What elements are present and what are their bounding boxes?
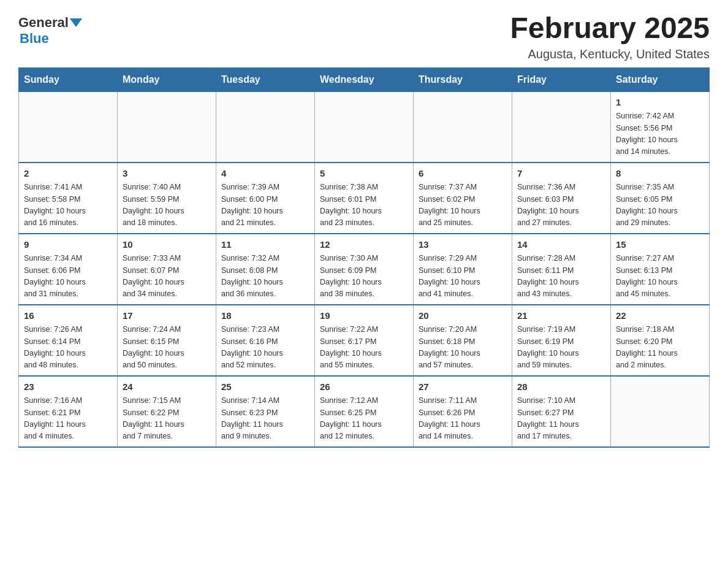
calendar-cell: 6Sunrise: 7:37 AM Sunset: 6:02 PM Daylig… bbox=[414, 163, 512, 234]
day-info: Sunrise: 7:41 AM Sunset: 5:58 PM Dayligh… bbox=[24, 182, 112, 229]
day-number: 26 bbox=[320, 380, 408, 394]
weekday-header-thursday: Thursday bbox=[414, 67, 512, 91]
calendar-cell: 5Sunrise: 7:38 AM Sunset: 6:01 PM Daylig… bbox=[315, 163, 414, 234]
calendar-cell: 13Sunrise: 7:29 AM Sunset: 6:10 PM Dayli… bbox=[414, 234, 512, 305]
calendar-week-row: 23Sunrise: 7:16 AM Sunset: 6:21 PM Dayli… bbox=[19, 376, 710, 447]
calendar-cell bbox=[611, 376, 710, 447]
day-info: Sunrise: 7:18 AM Sunset: 6:20 PM Dayligh… bbox=[616, 324, 704, 372]
calendar-week-row: 9Sunrise: 7:34 AM Sunset: 6:06 PM Daylig… bbox=[19, 234, 710, 305]
day-info: Sunrise: 7:39 AM Sunset: 6:00 PM Dayligh… bbox=[221, 182, 309, 229]
calendar-cell: 8Sunrise: 7:35 AM Sunset: 6:05 PM Daylig… bbox=[611, 163, 710, 234]
calendar-cell: 22Sunrise: 7:18 AM Sunset: 6:20 PM Dayli… bbox=[611, 305, 710, 376]
day-number: 7 bbox=[517, 167, 605, 181]
calendar-cell bbox=[19, 91, 118, 163]
weekday-header-friday: Friday bbox=[512, 67, 611, 91]
day-info: Sunrise: 7:33 AM Sunset: 6:07 PM Dayligh… bbox=[123, 253, 211, 301]
day-number: 9 bbox=[24, 238, 112, 252]
day-number: 18 bbox=[221, 309, 309, 323]
calendar-cell: 1Sunrise: 7:42 AM Sunset: 5:56 PM Daylig… bbox=[611, 91, 710, 163]
day-number: 24 bbox=[123, 380, 211, 394]
calendar-cell: 16Sunrise: 7:26 AM Sunset: 6:14 PM Dayli… bbox=[19, 305, 118, 376]
calendar-cell: 15Sunrise: 7:27 AM Sunset: 6:13 PM Dayli… bbox=[611, 234, 710, 305]
calendar-cell: 20Sunrise: 7:20 AM Sunset: 6:18 PM Dayli… bbox=[414, 305, 512, 376]
day-info: Sunrise: 7:34 AM Sunset: 6:06 PM Dayligh… bbox=[24, 253, 112, 301]
day-number: 21 bbox=[517, 309, 605, 323]
title-block: February 2025 Augusta, Kentucky, United … bbox=[510, 12, 710, 61]
day-info: Sunrise: 7:32 AM Sunset: 6:08 PM Dayligh… bbox=[221, 253, 309, 301]
day-number: 12 bbox=[320, 238, 408, 252]
day-info: Sunrise: 7:23 AM Sunset: 6:16 PM Dayligh… bbox=[221, 324, 309, 372]
day-number: 5 bbox=[320, 167, 408, 181]
calendar-cell: 24Sunrise: 7:15 AM Sunset: 6:22 PM Dayli… bbox=[118, 376, 216, 447]
day-info: Sunrise: 7:40 AM Sunset: 5:59 PM Dayligh… bbox=[123, 182, 211, 229]
day-info: Sunrise: 7:29 AM Sunset: 6:10 PM Dayligh… bbox=[419, 253, 507, 301]
day-number: 19 bbox=[320, 309, 408, 323]
day-info: Sunrise: 7:20 AM Sunset: 6:18 PM Dayligh… bbox=[419, 324, 507, 372]
day-info: Sunrise: 7:28 AM Sunset: 6:11 PM Dayligh… bbox=[517, 253, 605, 301]
logo: General Blue bbox=[18, 12, 82, 47]
calendar-cell: 14Sunrise: 7:28 AM Sunset: 6:11 PM Dayli… bbox=[512, 234, 611, 305]
day-info: Sunrise: 7:30 AM Sunset: 6:09 PM Dayligh… bbox=[320, 253, 408, 301]
day-info: Sunrise: 7:11 AM Sunset: 6:26 PM Dayligh… bbox=[419, 395, 507, 443]
calendar-cell: 11Sunrise: 7:32 AM Sunset: 6:08 PM Dayli… bbox=[216, 234, 315, 305]
logo-blue: Blue bbox=[20, 31, 49, 47]
day-number: 20 bbox=[419, 309, 507, 323]
calendar-cell bbox=[414, 91, 512, 163]
weekday-header-row: SundayMondayTuesdayWednesdayThursdayFrid… bbox=[19, 67, 710, 91]
day-info: Sunrise: 7:38 AM Sunset: 6:01 PM Dayligh… bbox=[320, 182, 408, 229]
day-info: Sunrise: 7:22 AM Sunset: 6:17 PM Dayligh… bbox=[320, 324, 408, 372]
day-info: Sunrise: 7:12 AM Sunset: 6:25 PM Dayligh… bbox=[320, 395, 408, 443]
day-number: 8 bbox=[616, 167, 704, 181]
day-number: 4 bbox=[221, 167, 309, 181]
day-number: 11 bbox=[221, 238, 309, 252]
day-number: 27 bbox=[419, 380, 507, 394]
calendar-cell: 25Sunrise: 7:14 AM Sunset: 6:23 PM Dayli… bbox=[216, 376, 315, 447]
calendar-cell: 23Sunrise: 7:16 AM Sunset: 6:21 PM Dayli… bbox=[19, 376, 118, 447]
day-info: Sunrise: 7:10 AM Sunset: 6:27 PM Dayligh… bbox=[517, 395, 605, 443]
day-number: 23 bbox=[24, 380, 112, 394]
calendar-week-row: 2Sunrise: 7:41 AM Sunset: 5:58 PM Daylig… bbox=[19, 163, 710, 234]
calendar-week-row: 16Sunrise: 7:26 AM Sunset: 6:14 PM Dayli… bbox=[19, 305, 710, 376]
calendar-cell bbox=[216, 91, 315, 163]
calendar-cell: 12Sunrise: 7:30 AM Sunset: 6:09 PM Dayli… bbox=[315, 234, 414, 305]
calendar-table: SundayMondayTuesdayWednesdayThursdayFrid… bbox=[18, 67, 710, 448]
calendar-cell: 27Sunrise: 7:11 AM Sunset: 6:26 PM Dayli… bbox=[414, 376, 512, 447]
day-number: 3 bbox=[123, 167, 211, 181]
day-info: Sunrise: 7:36 AM Sunset: 6:03 PM Dayligh… bbox=[517, 182, 605, 229]
day-info: Sunrise: 7:37 AM Sunset: 6:02 PM Dayligh… bbox=[419, 182, 507, 229]
day-number: 28 bbox=[517, 380, 605, 394]
day-info: Sunrise: 7:26 AM Sunset: 6:14 PM Dayligh… bbox=[24, 324, 112, 372]
day-number: 25 bbox=[221, 380, 309, 394]
day-info: Sunrise: 7:27 AM Sunset: 6:13 PM Dayligh… bbox=[616, 253, 704, 301]
calendar-cell: 17Sunrise: 7:24 AM Sunset: 6:15 PM Dayli… bbox=[118, 305, 216, 376]
logo-icon: General Blue bbox=[18, 15, 82, 47]
calendar-cell: 7Sunrise: 7:36 AM Sunset: 6:03 PM Daylig… bbox=[512, 163, 611, 234]
calendar-cell: 28Sunrise: 7:10 AM Sunset: 6:27 PM Dayli… bbox=[512, 376, 611, 447]
weekday-header-sunday: Sunday bbox=[19, 67, 118, 91]
weekday-header-tuesday: Tuesday bbox=[216, 67, 315, 91]
calendar-cell: 18Sunrise: 7:23 AM Sunset: 6:16 PM Dayli… bbox=[216, 305, 315, 376]
weekday-header-monday: Monday bbox=[118, 67, 216, 91]
calendar-cell: 9Sunrise: 7:34 AM Sunset: 6:06 PM Daylig… bbox=[19, 234, 118, 305]
day-number: 13 bbox=[419, 238, 507, 252]
day-number: 2 bbox=[24, 167, 112, 181]
logo-general: General bbox=[18, 15, 69, 31]
weekday-header-wednesday: Wednesday bbox=[315, 67, 414, 91]
day-info: Sunrise: 7:35 AM Sunset: 6:05 PM Dayligh… bbox=[616, 182, 704, 229]
day-number: 14 bbox=[517, 238, 605, 252]
day-number: 10 bbox=[123, 238, 211, 252]
page-subtitle: Augusta, Kentucky, United States bbox=[510, 47, 710, 61]
page-title: February 2025 bbox=[510, 12, 710, 45]
calendar-cell: 2Sunrise: 7:41 AM Sunset: 5:58 PM Daylig… bbox=[19, 163, 118, 234]
page-header: General Blue February 2025 Augusta, Kent… bbox=[18, 12, 710, 61]
calendar-cell bbox=[512, 91, 611, 163]
calendar-cell: 3Sunrise: 7:40 AM Sunset: 5:59 PM Daylig… bbox=[118, 163, 216, 234]
day-info: Sunrise: 7:16 AM Sunset: 6:21 PM Dayligh… bbox=[24, 395, 112, 443]
day-number: 16 bbox=[24, 309, 112, 323]
weekday-header-saturday: Saturday bbox=[611, 67, 710, 91]
day-info: Sunrise: 7:24 AM Sunset: 6:15 PM Dayligh… bbox=[123, 324, 211, 372]
calendar-cell: 10Sunrise: 7:33 AM Sunset: 6:07 PM Dayli… bbox=[118, 234, 216, 305]
day-info: Sunrise: 7:19 AM Sunset: 6:19 PM Dayligh… bbox=[517, 324, 605, 372]
day-number: 1 bbox=[616, 96, 704, 110]
day-info: Sunrise: 7:42 AM Sunset: 5:56 PM Dayligh… bbox=[616, 110, 704, 158]
